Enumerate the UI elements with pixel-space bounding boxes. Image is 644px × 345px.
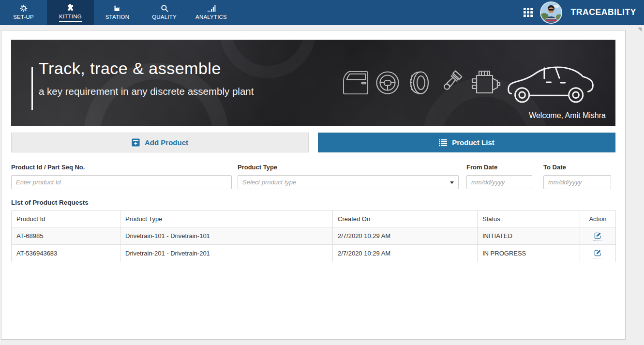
app-title: TRACEABILITY: [570, 7, 636, 17]
product-type-field: Product Type Select product type: [238, 164, 459, 189]
table-row: AT-536943683 Drivetrain-201 - Drivetrain…: [12, 245, 616, 262]
cell-created-on: 2/7/2020 10:29 AM: [333, 227, 478, 245]
car-icon: [507, 57, 596, 109]
action-button-row: Add Product Product List: [11, 133, 615, 152]
top-navbar: SET-UP KITTING STATION QUALITY: [0, 0, 644, 25]
product-id-field: Product Id / Part Seq No.: [11, 164, 232, 189]
table-row: AT-68985 Drivetrain-101 - Drivetrain-101…: [12, 227, 616, 245]
add-product-button[interactable]: Add Product: [11, 133, 309, 152]
col-action: Action: [580, 211, 616, 227]
banner-decor: [219, 40, 316, 78]
to-date-field: To Date: [543, 164, 611, 189]
content-card: Track, trace & assemble a key requiremen…: [1, 30, 626, 340]
tab-kitting[interactable]: KITTING: [47, 0, 94, 25]
product-type-label: Product Type: [238, 164, 459, 171]
puzzle-icon: [66, 3, 75, 12]
product-type-placeholder: Select product type: [242, 179, 296, 186]
col-created-on: Created On: [333, 211, 478, 227]
banner-icon-strip: [342, 51, 596, 114]
chevron-down-icon: [450, 181, 454, 184]
col-product-type: Product Type: [120, 211, 333, 227]
product-requests-table: Product Id Product Type Created On Statu…: [11, 210, 616, 262]
cell-product-id: AT-68985: [12, 227, 120, 245]
to-date-input[interactable]: [543, 175, 611, 189]
product-type-select[interactable]: Select product type: [238, 175, 459, 189]
tab-station[interactable]: STATION: [94, 0, 141, 25]
col-product-id: Product Id: [12, 211, 120, 227]
tab-label: KITTING: [59, 14, 82, 22]
edit-icon[interactable]: [593, 248, 602, 258]
add-box-icon: [132, 138, 140, 147]
table-header-row: Product Id Product Type Created On Statu…: [12, 211, 616, 227]
from-date-label: From Date: [466, 164, 532, 171]
magnifier-icon: [160, 3, 169, 13]
banner-accent-bar: [31, 67, 33, 110]
steering-wheel-icon: [375, 70, 400, 95]
tab-setup[interactable]: SET-UP: [0, 0, 47, 25]
from-date-input[interactable]: [466, 175, 532, 189]
tab-analytics[interactable]: ANALYTICS: [188, 0, 235, 25]
resize-corner-icon: [638, 28, 642, 31]
banner-subtitle: a key requirement in any discrete assemb…: [39, 86, 254, 97]
cell-product-id: AT-536943683: [12, 245, 120, 262]
navbar-right: TRACEABILITY: [524, 0, 644, 25]
product-list-label: Product List: [452, 138, 494, 147]
cell-status: IN PROGRESS: [478, 245, 580, 262]
add-product-label: Add Product: [145, 138, 188, 147]
tab-label: QUALITY: [152, 14, 177, 21]
cell-status: INITIATED: [478, 227, 580, 245]
hero-banner: Track, trace & assemble a key requiremen…: [11, 40, 615, 126]
from-date-field: From Date: [466, 164, 532, 189]
cell-created-on: 2/7/2020 10:29 AM: [333, 245, 478, 262]
engine-icon: [469, 69, 501, 97]
product-id-label: Product Id / Part Seq No.: [11, 164, 232, 171]
bar-chart-icon: [207, 3, 216, 13]
cell-product-type: Drivetrain-101 - Drivetrain-101: [120, 227, 333, 245]
filter-row: Product Id / Part Seq No. Product Type S…: [11, 164, 615, 189]
list-title: List of Product Requests: [11, 199, 615, 206]
cell-product-type: Drivetrain-201 - Drivetrain-201: [120, 245, 333, 262]
tab-label: STATION: [105, 14, 130, 21]
tab-label: SET-UP: [13, 14, 34, 21]
apps-grid-icon[interactable]: [524, 8, 533, 17]
col-status: Status: [478, 211, 580, 227]
tab-quality[interactable]: QUALITY: [141, 0, 188, 25]
list-icon: [439, 139, 447, 147]
edit-icon[interactable]: [593, 231, 602, 241]
product-id-input[interactable]: [11, 175, 232, 189]
tab-label: ANALYTICS: [195, 14, 227, 21]
tire-icon: [405, 70, 432, 95]
product-list-button[interactable]: Product List: [318, 133, 615, 152]
to-date-label: To Date: [543, 164, 611, 171]
factory-icon: [113, 3, 122, 13]
avatar[interactable]: [540, 1, 562, 24]
gear-icon: [19, 3, 28, 13]
banner-title: Track, trace & assemble: [39, 59, 221, 78]
welcome-text: Welcome, Amit Mishra: [529, 111, 606, 120]
piston-icon: [437, 69, 464, 96]
car-door-icon: [342, 70, 370, 96]
